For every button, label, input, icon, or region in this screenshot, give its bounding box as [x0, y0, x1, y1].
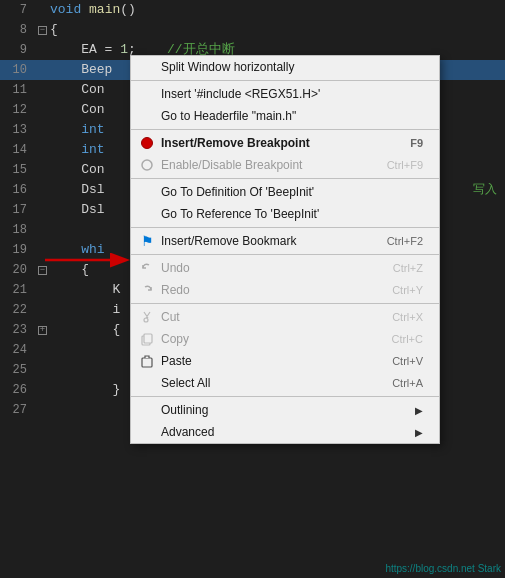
menu-item-split-window[interactable]: Split Window horizontally: [131, 56, 439, 78]
menu-item-copy-label: Copy: [161, 332, 189, 346]
code-editor: 7 void main() 8 − { 9 EA = 1; //开总中断 10 …: [0, 0, 505, 578]
menu-item-insert-breakpoint[interactable]: Insert/Remove Breakpoint F9: [131, 132, 439, 154]
menu-item-goto-reference[interactable]: Go To Reference To 'BeepInit': [131, 203, 439, 225]
menu-separator-4: [131, 227, 439, 228]
menu-item-goto-reference-label: Go To Reference To 'BeepInit': [161, 207, 319, 221]
code-line-7: 7 void main(): [0, 0, 505, 20]
submenu-arrow-outlining: ▶: [415, 405, 423, 416]
undo-icon: [139, 260, 155, 276]
menu-item-paste[interactable]: Paste Ctrl+V: [131, 350, 439, 372]
circle-empty-icon: [139, 157, 155, 173]
menu-item-goto-header-label: Go to Headerfile "main.h": [161, 109, 296, 123]
menu-item-paste-label: Paste: [161, 354, 192, 368]
menu-item-copy[interactable]: Copy Ctrl+C: [131, 328, 439, 350]
menu-item-paste-shortcut: Ctrl+V: [392, 355, 423, 367]
menu-item-redo-shortcut: Ctrl+Y: [392, 284, 423, 296]
menu-item-advanced[interactable]: Advanced ▶: [131, 421, 439, 443]
svg-point-2: [142, 160, 152, 170]
menu-item-goto-definition-label: Go To Definition Of 'BeepInit': [161, 185, 314, 199]
menu-item-enable-breakpoint[interactable]: Enable/Disable Breakpoint Ctrl+F9: [131, 154, 439, 176]
menu-item-outlining[interactable]: Outlining ▶: [131, 399, 439, 421]
breakpoint-icon: [139, 135, 155, 151]
menu-item-insert-include-label: Insert '#include <REGX51.H>': [161, 87, 320, 101]
copy-icon: [139, 331, 155, 347]
menu-item-select-all-shortcut: Ctrl+A: [392, 377, 423, 389]
menu-item-goto-definition[interactable]: Go To Definition Of 'BeepInit': [131, 181, 439, 203]
menu-item-insert-include[interactable]: Insert '#include <REGX51.H>': [131, 83, 439, 105]
menu-separator-5: [131, 254, 439, 255]
svg-rect-4: [144, 334, 152, 343]
menu-separator-7: [131, 396, 439, 397]
menu-item-enable-breakpoint-shortcut: Ctrl+F9: [387, 159, 423, 171]
menu-item-redo[interactable]: Redo Ctrl+Y: [131, 279, 439, 301]
redo-icon: [139, 282, 155, 298]
paste-icon: [139, 353, 155, 369]
context-menu: Split Window horizontally Insert '#inclu…: [130, 55, 440, 444]
menu-item-select-all[interactable]: Select All Ctrl+A: [131, 372, 439, 394]
menu-item-insert-breakpoint-label: Insert/Remove Breakpoint: [161, 136, 310, 150]
menu-separator-6: [131, 303, 439, 304]
menu-item-insert-bookmark[interactable]: ⚑ Insert/Remove Bookmark Ctrl+F2: [131, 230, 439, 252]
menu-item-undo-label: Undo: [161, 261, 190, 275]
cut-icon: [139, 309, 155, 325]
bookmark-icon: ⚑: [139, 233, 155, 249]
watermark: https://blog.csdn.net Stark: [385, 563, 501, 574]
menu-item-redo-label: Redo: [161, 283, 190, 297]
code-line-8: 8 − {: [0, 20, 505, 40]
menu-separator-3: [131, 178, 439, 179]
menu-item-undo[interactable]: Undo Ctrl+Z: [131, 257, 439, 279]
menu-item-insert-bookmark-shortcut: Ctrl+F2: [387, 235, 423, 247]
menu-item-undo-shortcut: Ctrl+Z: [393, 262, 423, 274]
menu-item-cut[interactable]: Cut Ctrl+X: [131, 306, 439, 328]
submenu-arrow-advanced: ▶: [415, 427, 423, 438]
menu-item-insert-breakpoint-shortcut: F9: [410, 137, 423, 149]
menu-separator-1: [131, 80, 439, 81]
menu-item-cut-shortcut: Ctrl+X: [392, 311, 423, 323]
menu-item-select-all-label: Select All: [161, 376, 210, 390]
menu-item-cut-label: Cut: [161, 310, 180, 324]
svg-rect-5: [142, 358, 152, 367]
menu-item-enable-breakpoint-label: Enable/Disable Breakpoint: [161, 158, 302, 172]
menu-item-goto-header[interactable]: Go to Headerfile "main.h": [131, 105, 439, 127]
menu-item-insert-bookmark-label: Insert/Remove Bookmark: [161, 234, 296, 248]
menu-item-copy-shortcut: Ctrl+C: [392, 333, 423, 345]
menu-item-split-window-label: Split Window horizontally: [161, 60, 294, 74]
menu-separator-2: [131, 129, 439, 130]
menu-item-advanced-label: Advanced: [161, 425, 214, 439]
menu-item-outlining-label: Outlining: [161, 403, 208, 417]
